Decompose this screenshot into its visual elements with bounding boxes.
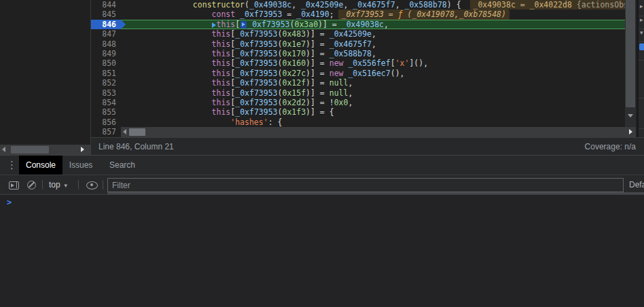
token: _0xf73953 [235, 69, 277, 78]
token: 0x483 [282, 29, 306, 39]
code-line[interactable]: 848 this[_0xf73953(0x1e7)] = _0x4675f7, [91, 39, 625, 49]
code-line[interactable]: 847 this[_0xf73953(0x483)] = _0x42509e, [91, 29, 625, 39]
code-text[interactable]: constructor(_0x49038c, _0x42509e, _0x467… [121, 0, 625, 10]
code-text[interactable]: this[_0xf73953(0x15f)] = null, [121, 88, 625, 98]
inline-breakpoint-marker-icon[interactable] [240, 21, 247, 29]
console-drawer: ⋮ Console Issues Search top▼ Defa > [0, 155, 644, 307]
line-column-indicator: Line 846, Column 21 [99, 142, 174, 151]
token: this [212, 107, 231, 117]
code-text[interactable]: this[_0xf73953(0x483)] = _0x42509e, [121, 29, 625, 39]
line-number[interactable]: 853 [91, 88, 121, 98]
token: new [329, 69, 348, 78]
code-line[interactable]: 852 this[_0xf73953(0x12f)] = null, [91, 78, 625, 88]
code-line[interactable]: 853 this[_0xf73953(0x15f)] = null, [91, 88, 625, 98]
line-number[interactable]: 849 [91, 49, 121, 58]
divider [639, 60, 644, 60]
token: _0xf73953 [235, 88, 277, 98]
scroll-right-icon[interactable] [629, 129, 632, 134]
code-editor[interactable]: 844 constructor(_0x49038c, _0x42509e, _0… [91, 0, 625, 127]
code-line[interactable]: 844 constructor(_0x49038c, _0x42509e, _0… [91, 0, 625, 10]
scroll-right-icon[interactable] [81, 147, 84, 152]
token [122, 69, 212, 78]
chevron-down-icon: ▼ [63, 183, 69, 189]
chevron-right-icon[interactable]: ▸ [640, 3, 643, 10]
code-text[interactable]: this[_0xf73953(0x27c)] = new _0x516ec7()… [121, 69, 625, 78]
tab-console[interactable]: Console [19, 156, 62, 175]
tab-search[interactable]: Search [103, 156, 141, 175]
divider [639, 128, 644, 129]
code-text[interactable]: this[_0xf73953(0x2d2)] = !0x0, [121, 98, 625, 107]
token: this [212, 49, 231, 58]
token: _0x4190 [296, 10, 329, 19]
line-number[interactable]: 844 [91, 0, 121, 10]
chevron-down-icon[interactable]: ▾ [640, 30, 643, 36]
code-line-current[interactable]: 846 this[_0xf73953(0x3a0)] = _0x49038c, [91, 20, 625, 29]
code-text[interactable]: this[_0xf73953(0x1e7)] = _0x4675f7, [121, 39, 625, 49]
line-number[interactable]: 845 [91, 10, 121, 19]
live-expression-eye-icon[interactable] [86, 181, 97, 189]
clear-console-icon[interactable] [27, 181, 36, 189]
code-line[interactable]: 845 const _0xf73953 = _0x4190;_0xf73953 … [91, 10, 625, 19]
breakpoint-checkbox[interactable] [639, 43, 644, 50]
code-line[interactable]: 850 this[_0xf73953(0x160)] = new _0x556f… [91, 58, 625, 68]
hint-text: _0x49038c = _0x4022d8 [473, 0, 577, 10]
code-text[interactable]: const _0xf73953 = _0x4190;_0xf73953 = ƒ … [121, 10, 625, 19]
console-messages-area[interactable]: > [0, 194, 644, 307]
editor-vscrollbar[interactable] [625, 0, 636, 127]
token: _0x588b78 [329, 49, 372, 58]
token: 0x160 [282, 58, 306, 68]
code-line[interactable]: 849 this[_0xf73953(0x170)] = _0x588b78, [91, 49, 625, 58]
chevron-right-icon[interactable]: ▸ [640, 17, 643, 23]
filter-input[interactable] [107, 178, 624, 192]
line-number[interactable]: 854 [91, 98, 121, 107]
token: this [212, 69, 231, 78]
navigator-hscrollbar-thumb[interactable] [11, 146, 49, 154]
line-number[interactable]: 851 [91, 69, 121, 78]
javascript-context-selector[interactable]: top▼ [49, 180, 69, 189]
scroll-left-icon[interactable] [123, 129, 126, 134]
token: _0xf73953 [240, 10, 282, 19]
code-line[interactable]: 855 this[_0xf73953(0x1f3)] = { [91, 107, 625, 117]
token: this [212, 39, 231, 49]
line-number[interactable]: 856 [91, 118, 121, 127]
divider [42, 180, 43, 189]
line-number[interactable]: 855 [91, 107, 121, 117]
editor-hscrollbar-thumb[interactable] [129, 128, 145, 136]
code-line[interactable]: 851 this[_0xf73953(0x27c)] = new _0x516e… [91, 69, 625, 78]
console-toolbar: top▼ Defa [0, 175, 644, 194]
editor-vscrollbar-thumb[interactable] [626, 0, 635, 107]
line-number[interactable]: 846 [91, 20, 121, 29]
scroll-left-icon[interactable] [2, 147, 5, 152]
token: 0x1f3 [282, 107, 306, 117]
console-prompt-chevron-icon[interactable]: > [7, 198, 12, 207]
kebab-menu-icon[interactable]: ⋮ [7, 160, 17, 170]
line-number[interactable]: 848 [91, 39, 121, 49]
code-text[interactable]: this[_0xf73953(0x12f)] = null, [121, 78, 625, 88]
line-number[interactable]: 847 [91, 29, 121, 39]
code-text[interactable]: this[_0xf73953(0x170)] = _0x588b78, [121, 49, 625, 58]
scroll-down-icon[interactable] [628, 114, 633, 118]
code-line[interactable]: 856 'hashes': { [91, 118, 625, 127]
hint-text: ƒ [398, 10, 403, 19]
token: this [212, 98, 231, 107]
token [122, 39, 212, 49]
token: , [348, 88, 353, 98]
tab-issues[interactable]: Issues [65, 156, 96, 175]
code-text[interactable]: this[_0xf73953(0x1f3)] = { [121, 107, 625, 117]
navigator-hscrollbar[interactable] [0, 145, 90, 155]
token: )] = [306, 29, 329, 39]
execution-position-icon[interactable] [212, 22, 216, 28]
code-text[interactable]: this[_0xf73953(0x3a0)] = _0x49038c, [121, 20, 625, 29]
code-text[interactable]: this[_0xf73953(0x160)] = new _0x556fef['… [121, 58, 625, 68]
default-levels-dropdown[interactable]: Defa [629, 180, 644, 189]
editor-hscrollbar[interactable] [121, 127, 636, 137]
code-line[interactable]: 854 this[_0xf73953(0x2d2)] = !0x0, [91, 98, 625, 107]
code-text[interactable]: 'hashes': { [121, 118, 625, 127]
show-console-sidebar-icon[interactable] [9, 181, 19, 189]
divider [639, 29, 644, 29]
token [122, 0, 193, 10]
line-number-857[interactable]: 857 [91, 127, 121, 137]
line-number[interactable]: 852 [91, 78, 121, 88]
token: this [212, 58, 231, 68]
line-number[interactable]: 850 [91, 58, 121, 68]
